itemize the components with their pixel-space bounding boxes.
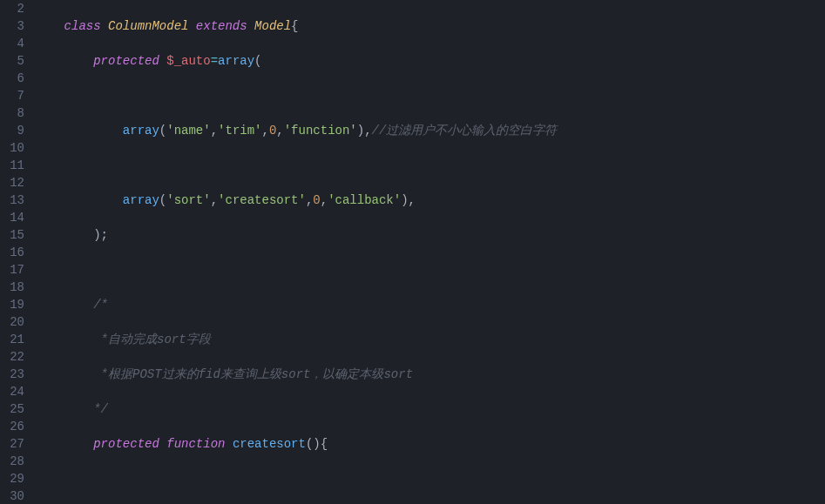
code-editor[interactable]: 2 3 4 5 6 7 8 9 10 11 12 13 14 15 16 17 …	[0, 0, 825, 504]
line-number: 18	[0, 279, 24, 296]
code-line[interactable]: protected $_auto=array(	[35, 52, 825, 70]
line-number: 15	[0, 226, 24, 244]
line-number: 10	[0, 139, 24, 157]
code-line[interactable]	[35, 157, 825, 174]
code-line[interactable]: /*	[35, 296, 825, 313]
line-number: 21	[0, 331, 24, 348]
line-number: 27	[0, 435, 24, 453]
line-number: 14	[0, 209, 24, 226]
code-line[interactable]: array('name','trim',0,'function'),//过滤用户…	[35, 122, 825, 139]
line-number: 3	[0, 17, 24, 35]
line-number: 17	[0, 261, 24, 279]
code-line[interactable]: protected function createsort(){	[35, 435, 825, 453]
line-number: 26	[0, 418, 24, 435]
line-number: 30	[0, 487, 24, 504]
line-number: 16	[0, 244, 24, 261]
line-number: 19	[0, 296, 24, 313]
code-line[interactable]	[35, 470, 825, 487]
line-number: 7	[0, 87, 24, 104]
line-number: 9	[0, 122, 24, 139]
line-number: 11	[0, 157, 24, 174]
line-number: 4	[0, 35, 24, 52]
code-line[interactable]: *根据POST过来的fid来查询上级sort，以确定本级sort	[35, 366, 825, 383]
line-number: 8	[0, 104, 24, 122]
line-number: 25	[0, 400, 24, 418]
line-number: 24	[0, 383, 24, 400]
code-line[interactable]: */	[35, 400, 825, 418]
code-line[interactable]: class ColumnModel extends Model{	[35, 17, 825, 35]
line-number: 13	[0, 192, 24, 209]
line-number: 22	[0, 348, 24, 366]
line-number: 5	[0, 52, 24, 70]
code-line[interactable]: );	[35, 226, 825, 244]
line-number: 2	[0, 0, 24, 17]
code-line[interactable]: array('sort','createsort',0,'callback'),	[35, 192, 825, 209]
line-number: 29	[0, 470, 24, 487]
line-number: 12	[0, 174, 24, 192]
code-line[interactable]	[35, 261, 825, 279]
line-number: 28	[0, 453, 24, 470]
line-number-gutter: 2 3 4 5 6 7 8 9 10 11 12 13 14 15 16 17 …	[0, 0, 35, 504]
code-area[interactable]: class ColumnModel extends Model{ protect…	[35, 0, 825, 504]
line-number: 20	[0, 313, 24, 331]
code-line[interactable]	[35, 87, 825, 104]
code-line[interactable]: *自动完成sort字段	[35, 331, 825, 348]
line-number: 23	[0, 366, 24, 383]
line-number: 6	[0, 70, 24, 87]
